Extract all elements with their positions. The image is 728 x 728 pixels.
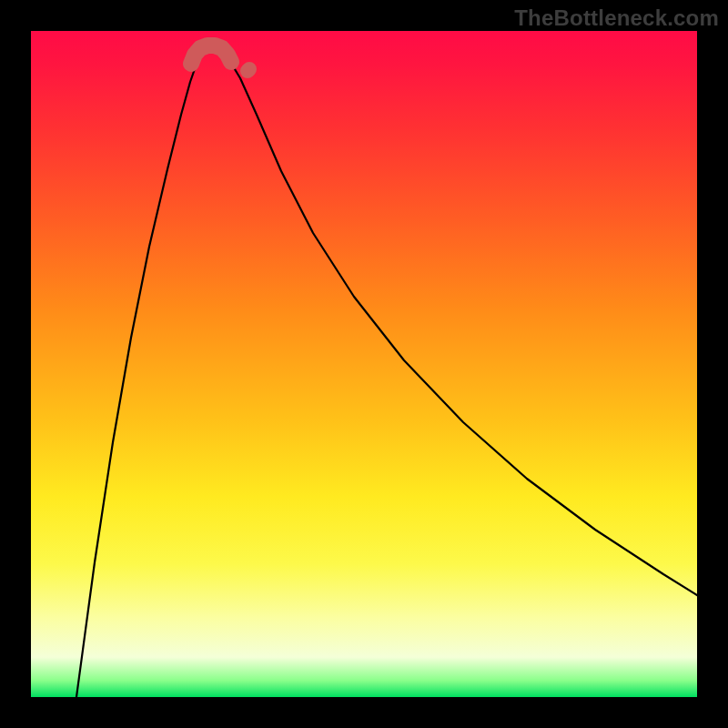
chart-curves xyxy=(31,31,697,697)
series-bottom-U-marker xyxy=(191,46,231,64)
series-right-curve xyxy=(229,60,697,595)
series-right-dot-marker xyxy=(248,69,249,71)
plot-area xyxy=(31,31,697,697)
series-left-curve xyxy=(76,48,226,697)
chart-frame: TheBottleneck.com xyxy=(0,0,728,728)
watermark-text: TheBottleneck.com xyxy=(514,5,719,31)
